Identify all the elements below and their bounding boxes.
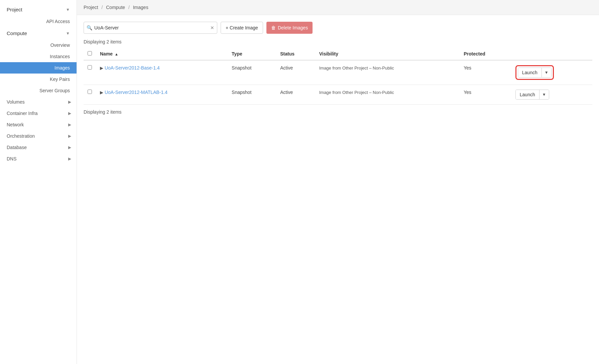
sidebar-project-label: Project <box>7 7 22 12</box>
row-type-cell: Snapshot <box>228 85 276 105</box>
table-row: ▶ UoA-Server2012-MATLAB-1.4 Snapshot Act… <box>84 85 592 105</box>
breadcrumb-sep-1: / <box>101 5 103 10</box>
sidebar-item-instances[interactable]: Instances <box>0 51 77 62</box>
row-protected-cell: Yes <box>460 85 511 105</box>
row-visibility-cell: Image from Other Project – Non-Public <box>315 85 460 105</box>
chevron-down-icon: ▼ <box>66 7 70 12</box>
col-name-header[interactable]: Name ▲ <box>96 48 228 60</box>
chevron-right-icon-volumes: ▶ <box>68 100 71 104</box>
create-image-button[interactable]: + Create Image <box>221 22 263 34</box>
launch-btn-highlight: Launch ▼ <box>515 65 554 80</box>
images-table: Name ▲ Type Status Visibility Protected <box>84 48 592 105</box>
col-checkbox <box>84 48 96 60</box>
sidebar-item-container-infra[interactable]: Container Infra ▶ <box>0 108 77 119</box>
toolbar: 🔍 ✕ + Create Image 🗑 Delete Images <box>84 22 592 34</box>
breadcrumb-sep-2: / <box>128 5 130 10</box>
chevron-right-icon-container: ▶ <box>68 111 71 116</box>
col-visibility-header: Visibility <box>315 48 460 60</box>
image-name-link[interactable]: UoA-Server2012-MATLAB-1.4 <box>105 90 167 95</box>
image-name-link[interactable]: UoA-Server2012-Base-1.4 <box>105 65 160 71</box>
row-status-cell: Active <box>276 85 315 105</box>
sidebar-item-network[interactable]: Network ▶ <box>0 119 77 130</box>
table-row: ▶ UoA-Server2012-Base-1.4 Snapshot Activ… <box>84 60 592 85</box>
sidebar-item-orchestration[interactable]: Orchestration ▶ <box>0 130 77 142</box>
breadcrumb-compute: Compute <box>106 5 125 10</box>
row-visibility-cell: Image from Other Project – Non-Public <box>315 60 460 85</box>
sidebar-compute-header[interactable]: Compute ▼ <box>0 27 77 39</box>
main-content: Project / Compute / Images 🔍 ✕ + Create … <box>77 0 599 364</box>
sidebar-project-header[interactable]: Project ▼ <box>0 3 77 16</box>
sidebar-item-key-pairs[interactable]: Key Pairs <box>0 74 77 85</box>
chevron-right-icon-network: ▶ <box>68 122 71 127</box>
displaying-info: Displaying 2 items <box>84 39 592 44</box>
col-status-header: Status <box>276 48 315 60</box>
row-actions-cell: Launch ▼ <box>511 85 592 105</box>
row-type-cell: Snapshot <box>228 60 276 85</box>
row-checkbox[interactable] <box>88 90 92 94</box>
row-checkbox-cell <box>84 85 96 105</box>
launch-button-group: Launch ▼ <box>515 90 549 100</box>
sidebar-item-server-groups[interactable]: Server Groups <box>0 85 77 96</box>
search-box: 🔍 ✕ <box>84 22 217 34</box>
expand-arrow-icon[interactable]: ▶ <box>100 90 103 95</box>
row-status-cell: Active <box>276 60 315 85</box>
breadcrumb-project: Project <box>84 5 98 10</box>
sidebar: Project ▼ API Access Compute ▼ Overview … <box>0 0 77 364</box>
row-checkbox-cell <box>84 60 96 85</box>
chevron-right-icon-database: ▶ <box>68 145 71 150</box>
visibility-text: Image from Other Project – Non-Public <box>319 66 394 71</box>
delete-images-button[interactable]: 🗑 Delete Images <box>266 22 313 34</box>
breadcrumb: Project / Compute / Images <box>77 0 599 15</box>
select-all-checkbox[interactable] <box>88 51 92 55</box>
row-name-cell: ▶ UoA-Server2012-Base-1.4 <box>96 60 228 85</box>
col-protected-header: Protected <box>460 48 511 60</box>
sort-arrow-icon: ▲ <box>115 52 118 56</box>
sidebar-item-api-access[interactable]: API Access <box>0 16 77 27</box>
expand-arrow-icon[interactable]: ▶ <box>100 66 103 71</box>
launch-button-group: Launch ▼ <box>518 68 552 78</box>
search-input[interactable] <box>92 25 210 30</box>
clear-search-icon[interactable]: ✕ <box>210 25 214 30</box>
chevron-down-icon-compute: ▼ <box>66 31 70 36</box>
row-checkbox[interactable] <box>88 65 92 70</box>
sidebar-item-database[interactable]: Database ▶ <box>0 142 77 153</box>
breadcrumb-images: Images <box>133 5 148 10</box>
chevron-right-icon-orchestration: ▶ <box>68 134 71 138</box>
launch-dropdown-arrow[interactable]: ▼ <box>539 90 549 99</box>
trash-icon: 🗑 <box>271 25 276 30</box>
row-name-cell: ▶ UoA-Server2012-MATLAB-1.4 <box>96 85 228 105</box>
launch-button[interactable]: Launch <box>518 68 542 77</box>
col-actions-header <box>511 48 592 60</box>
search-icon: 🔍 <box>87 25 92 30</box>
page-content: 🔍 ✕ + Create Image 🗑 Delete Images Displ… <box>77 15 599 364</box>
visibility-text: Image from Other Project – Non-Public <box>319 90 394 95</box>
chevron-right-icon-dns: ▶ <box>68 156 71 161</box>
sidebar-item-overview[interactable]: Overview <box>0 39 77 51</box>
launch-button[interactable]: Launch <box>516 90 539 99</box>
sidebar-compute-label: Compute <box>7 30 27 36</box>
row-actions-cell: Launch ▼ <box>511 60 592 85</box>
launch-dropdown-arrow[interactable]: ▼ <box>542 68 551 77</box>
col-type-header: Type <box>228 48 276 60</box>
row-protected-cell: Yes <box>460 60 511 85</box>
displaying-info-bottom: Displaying 2 items <box>84 109 592 115</box>
sidebar-item-images[interactable]: Images <box>0 62 77 74</box>
sidebar-item-dns[interactable]: DNS ▶ <box>0 153 77 164</box>
sidebar-item-volumes[interactable]: Volumes ▶ <box>0 96 77 108</box>
